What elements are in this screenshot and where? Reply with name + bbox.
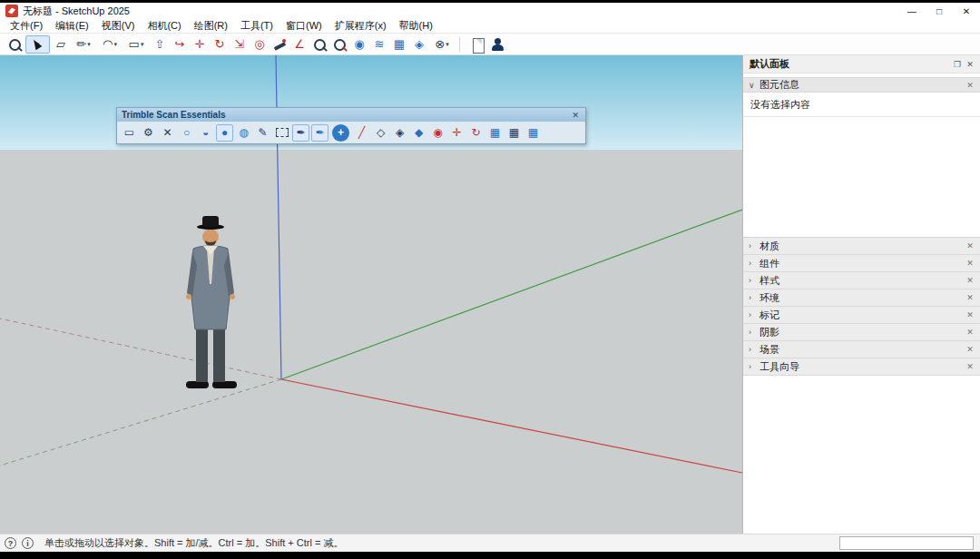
sandbox-contours-tool[interactable]: ≋ bbox=[370, 35, 388, 54]
entity-info-label: 图元信息 bbox=[760, 78, 964, 92]
menu-extensions[interactable]: 扩展程序(x) bbox=[328, 19, 393, 33]
section-materials[interactable]: › 材质 ✕ bbox=[743, 238, 980, 255]
scan-glyph: ◒ bbox=[202, 127, 209, 138]
geolocation-tool[interactable]: ◉ bbox=[350, 35, 368, 54]
arc-tool[interactable]: ◠▾ bbox=[98, 35, 122, 54]
menu-camera[interactable]: 相机(C) bbox=[141, 19, 187, 33]
main-toolbar: ▾▱✏▾◠▾▭▾⇧↪✛↻⇲◎∠◉≋▦◈⊗▾ bbox=[0, 34, 980, 55]
cloud-box-filled-icon[interactable]: ◆ bbox=[410, 124, 427, 142]
smoove-tool[interactable]: ◈ bbox=[410, 35, 428, 54]
section-close-icon[interactable]: ✕ bbox=[964, 276, 976, 285]
tool-glyph: ◠ bbox=[103, 38, 113, 50]
scan-settings-gear-icon[interactable]: ⚙ bbox=[140, 124, 157, 142]
walkthrough-tool[interactable]: ⊗▾ bbox=[430, 35, 455, 54]
cloud-target-icon[interactable]: ◉ bbox=[429, 124, 446, 142]
scan-edit-icon[interactable]: ✎ bbox=[254, 124, 271, 142]
panel-grid-alt-icon[interactable]: ▦ bbox=[505, 124, 523, 142]
scan-eyedropper-icon[interactable]: ✒ bbox=[292, 124, 309, 142]
tool-glyph: ▦ bbox=[394, 38, 405, 50]
section-instructor[interactable]: › 工具向导 ✕ bbox=[743, 358, 980, 376]
scan-region-icon[interactable]: ▭ bbox=[121, 124, 138, 142]
followme-tool[interactable]: ↪ bbox=[171, 35, 189, 54]
pushpull-tool[interactable]: ⇧ bbox=[151, 35, 169, 54]
new-file-button[interactable] bbox=[468, 35, 486, 54]
section-shadows[interactable]: › 阴影 ✕ bbox=[743, 324, 980, 341]
scan-toolbar-close-icon[interactable]: ✕ bbox=[570, 111, 581, 120]
viewport[interactable]: Trimble Scan Essentials ✕ ▭⚙✕○◒●◍✎✒✒+╱◇◈… bbox=[0, 55, 742, 534]
panel-grid-third-icon[interactable]: ▦ bbox=[524, 124, 542, 142]
entity-info-header[interactable]: ∨ 图元信息 ✕ bbox=[743, 77, 980, 93]
point-density-mid-icon[interactable]: ◒ bbox=[197, 124, 214, 142]
scale-tool[interactable]: ⇲ bbox=[230, 35, 249, 54]
chevron-right-icon: › bbox=[749, 276, 760, 285]
menu-edit[interactable]: 编辑(E) bbox=[49, 19, 95, 33]
section-styles[interactable]: › 样式 ✕ bbox=[743, 272, 980, 289]
eraser-tool[interactable]: ▱ bbox=[52, 35, 70, 54]
tape-measure-tool[interactable] bbox=[270, 35, 289, 54]
section-tags[interactable]: › 标记 ✕ bbox=[743, 307, 980, 324]
zoom-tool-icon[interactable] bbox=[310, 35, 328, 54]
menu-tools[interactable]: 工具(T) bbox=[234, 19, 279, 33]
tool-glyph: ⇧ bbox=[155, 38, 165, 50]
section-close-icon[interactable]: ✕ bbox=[964, 259, 976, 268]
section-close-icon[interactable]: ✕ bbox=[964, 328, 976, 337]
scan-delete-icon[interactable]: ✕ bbox=[159, 124, 176, 142]
scan-line-icon[interactable]: ╱ bbox=[353, 124, 370, 142]
panel-float-icon[interactable]: ❐ bbox=[951, 58, 964, 71]
sandbox-scratch-tool[interactable]: ▦ bbox=[390, 35, 408, 54]
panel-close-icon[interactable]: ✕ bbox=[964, 58, 976, 71]
help-icon[interactable]: ? bbox=[5, 537, 16, 549]
cloud-box-icon[interactable]: ◇ bbox=[372, 124, 389, 142]
section-close-icon[interactable]: ✕ bbox=[964, 345, 976, 354]
scan-toolbar-titlebar[interactable]: Trimble Scan Essentials ✕ bbox=[117, 108, 585, 122]
tool-glyph: ▭ bbox=[129, 38, 140, 50]
section-close-icon[interactable]: ✕ bbox=[964, 293, 976, 302]
tool-glyph: ◈ bbox=[415, 38, 424, 50]
section-components[interactable]: › 组件 ✕ bbox=[743, 255, 980, 272]
section-environment[interactable]: › 环境 ✕ bbox=[743, 289, 980, 307]
dropdown-caret-icon: ▾ bbox=[36, 41, 40, 47]
maximize-button[interactable]: □ bbox=[926, 4, 953, 19]
snap-rotate-icon[interactable]: ↻ bbox=[467, 124, 485, 142]
move-tool[interactable]: ✛ bbox=[191, 35, 209, 54]
point-density-full-icon[interactable]: ● bbox=[216, 124, 233, 142]
point-density-low-icon[interactable]: ○ bbox=[178, 124, 195, 142]
scan-eyedropper-alt-icon[interactable]: ✒ bbox=[311, 124, 328, 142]
signin-button[interactable] bbox=[488, 35, 506, 54]
tool-glyph: ⊗ bbox=[435, 38, 445, 50]
section-close-icon[interactable]: ✕ bbox=[964, 241, 976, 250]
menu-help[interactable]: 帮助(H) bbox=[393, 19, 439, 33]
section-close-icon[interactable]: ✕ bbox=[964, 310, 976, 319]
search-tool-icon[interactable] bbox=[5, 35, 24, 54]
cloud-box-alt-icon[interactable]: ◈ bbox=[391, 124, 408, 142]
menu-view[interactable]: 视图(V) bbox=[95, 19, 142, 33]
point-style-icon[interactable]: ◍ bbox=[235, 124, 252, 142]
scan-glyph: ✒ bbox=[296, 127, 305, 138]
scan-add-point-icon[interactable]: + bbox=[332, 124, 349, 142]
snap-point-icon[interactable]: ✛ bbox=[448, 124, 466, 142]
info-icon[interactable]: i bbox=[22, 537, 34, 549]
section-close-icon[interactable]: ✕ bbox=[964, 362, 976, 371]
entity-info-body: 没有选择内容 bbox=[743, 93, 980, 238]
scan-glyph: ▭ bbox=[124, 127, 134, 138]
menu-file[interactable]: 文件(F) bbox=[4, 19, 49, 33]
panel-grid-icon[interactable]: ▦ bbox=[486, 124, 504, 142]
minimize-button[interactable]: — bbox=[898, 4, 926, 19]
menu-window[interactable]: 窗口(W) bbox=[279, 19, 328, 33]
screen: 无标题 - SketchUp 2025 — □ ✕ 文件(F)编辑(E)视图(V… bbox=[0, 0, 980, 559]
scan-lasso-icon[interactable] bbox=[273, 124, 290, 142]
select-tool[interactable]: ▾ bbox=[25, 35, 50, 54]
sketchup-logo bbox=[5, 5, 18, 17]
protractor-tool[interactable]: ∠ bbox=[290, 35, 309, 54]
freehand-tool[interactable]: ✏▾ bbox=[72, 35, 96, 54]
offset-tool[interactable]: ◎ bbox=[250, 35, 269, 54]
rotate-tool[interactable]: ↻ bbox=[211, 35, 229, 54]
section-scenes[interactable]: › 场景 ✕ bbox=[743, 341, 980, 358]
menu-draw[interactable]: 绘图(R) bbox=[188, 19, 234, 33]
measurement-input[interactable] bbox=[839, 536, 974, 550]
close-button[interactable]: ✕ bbox=[953, 4, 980, 19]
entity-info-close-icon[interactable]: ✕ bbox=[964, 81, 976, 90]
rectangle-tool[interactable]: ▭▾ bbox=[124, 35, 149, 54]
zoom-extents-tool[interactable] bbox=[330, 35, 348, 54]
chevron-right-icon: › bbox=[749, 362, 760, 371]
